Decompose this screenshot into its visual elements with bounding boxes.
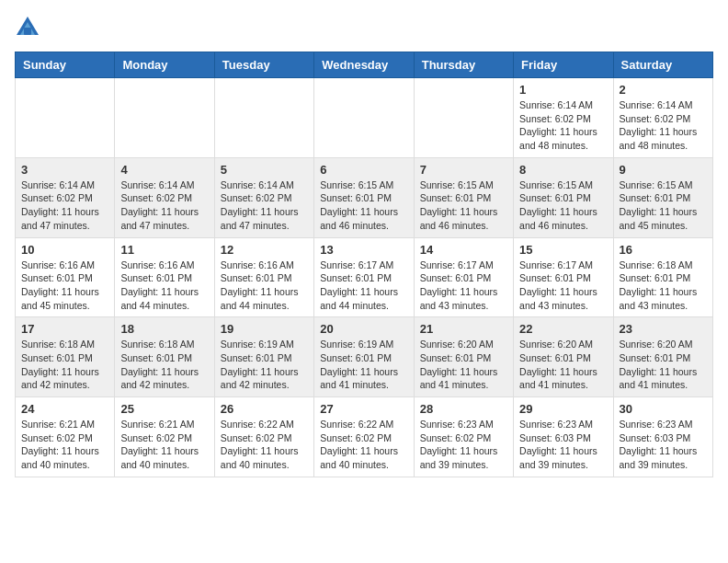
calendar-week: 10Sunrise: 6:16 AM Sunset: 6:01 PM Dayli… [16,237,713,317]
day-info: Sunrise: 6:15 AM Sunset: 6:01 PM Dayligh… [320,178,407,233]
calendar-cell: 9Sunrise: 6:15 AM Sunset: 6:01 PM Daylig… [613,157,712,237]
calendar-cell: 17Sunrise: 6:18 AM Sunset: 6:01 PM Dayli… [16,317,115,397]
day-number: 18 [120,322,208,336]
day-info: Sunrise: 6:15 AM Sunset: 6:01 PM Dayligh… [420,178,507,233]
day-number: 30 [620,402,707,416]
day-info: Sunrise: 6:23 AM Sunset: 6:02 PM Dayligh… [420,418,507,472]
day-number: 8 [519,163,607,177]
day-number: 26 [221,402,308,416]
calendar-cell: 24Sunrise: 6:21 AM Sunset: 6:02 PM Dayli… [16,397,115,477]
weekday-header: Thursday [414,52,513,78]
calendar-cell: 21Sunrise: 6:20 AM Sunset: 6:01 PM Dayli… [414,317,513,397]
weekday-header: Saturday [613,52,712,78]
day-number: 23 [620,322,707,336]
day-info: Sunrise: 6:19 AM Sunset: 6:01 PM Dayligh… [221,338,308,392]
calendar-cell: 25Sunrise: 6:21 AM Sunset: 6:02 PM Dayli… [115,397,214,477]
day-info: Sunrise: 6:19 AM Sunset: 6:01 PM Dayligh… [320,338,407,392]
day-number: 13 [320,243,407,257]
day-number: 27 [320,402,407,416]
calendar-cell: 2Sunrise: 6:14 AM Sunset: 6:02 PM Daylig… [613,78,712,158]
calendar-cell: 3Sunrise: 6:14 AM Sunset: 6:02 PM Daylig… [16,157,115,237]
day-number: 3 [21,163,108,177]
day-info: Sunrise: 6:16 AM Sunset: 6:01 PM Dayligh… [21,259,108,313]
calendar-cell: 11Sunrise: 6:16 AM Sunset: 6:01 PM Dayli… [115,237,214,317]
day-number: 17 [21,322,108,336]
calendar-cell [16,78,115,158]
calendar-cell: 1Sunrise: 6:14 AM Sunset: 6:02 PM Daylig… [514,78,613,158]
calendar-cell: 7Sunrise: 6:15 AM Sunset: 6:01 PM Daylig… [414,157,513,237]
calendar-cell: 28Sunrise: 6:23 AM Sunset: 6:02 PM Dayli… [414,397,513,477]
day-number: 24 [21,402,108,416]
day-info: Sunrise: 6:17 AM Sunset: 6:01 PM Dayligh… [320,259,407,313]
day-info: Sunrise: 6:18 AM Sunset: 6:01 PM Dayligh… [120,338,208,392]
calendar-cell: 26Sunrise: 6:22 AM Sunset: 6:02 PM Dayli… [214,397,313,477]
day-info: Sunrise: 6:21 AM Sunset: 6:02 PM Dayligh… [120,418,208,472]
day-info: Sunrise: 6:23 AM Sunset: 6:03 PM Dayligh… [519,418,607,472]
calendar-cell: 16Sunrise: 6:18 AM Sunset: 6:01 PM Dayli… [613,237,712,317]
calendar-week: 17Sunrise: 6:18 AM Sunset: 6:01 PM Dayli… [16,317,713,397]
day-info: Sunrise: 6:20 AM Sunset: 6:01 PM Dayligh… [620,338,707,392]
day-info: Sunrise: 6:20 AM Sunset: 6:01 PM Dayligh… [420,338,507,392]
calendar-cell: 30Sunrise: 6:23 AM Sunset: 6:03 PM Dayli… [613,397,712,477]
calendar-cell: 12Sunrise: 6:16 AM Sunset: 6:01 PM Dayli… [214,237,313,317]
day-number: 16 [620,243,707,257]
day-number: 22 [519,322,607,336]
day-number: 19 [221,322,308,336]
calendar-cell: 6Sunrise: 6:15 AM Sunset: 6:01 PM Daylig… [314,157,414,237]
weekday-header: Wednesday [314,52,414,78]
calendar: SundayMondayTuesdayWednesdayThursdayFrid… [15,52,713,477]
calendar-cell: 22Sunrise: 6:20 AM Sunset: 6:01 PM Dayli… [514,317,613,397]
calendar-cell: 10Sunrise: 6:16 AM Sunset: 6:01 PM Dayli… [16,237,115,317]
day-info: Sunrise: 6:14 AM Sunset: 6:02 PM Dayligh… [620,98,707,153]
day-info: Sunrise: 6:16 AM Sunset: 6:01 PM Dayligh… [120,259,208,313]
calendar-cell [414,78,513,158]
page: SundayMondayTuesdayWednesdayThursdayFrid… [0,0,728,492]
day-number: 9 [620,163,707,177]
weekday-header: Friday [514,52,613,78]
day-info: Sunrise: 6:20 AM Sunset: 6:01 PM Dayligh… [519,338,607,392]
day-info: Sunrise: 6:18 AM Sunset: 6:01 PM Dayligh… [620,259,707,313]
day-info: Sunrise: 6:14 AM Sunset: 6:02 PM Dayligh… [221,178,308,233]
day-info: Sunrise: 6:17 AM Sunset: 6:01 PM Dayligh… [420,259,507,313]
calendar-week: 3Sunrise: 6:14 AM Sunset: 6:02 PM Daylig… [16,157,713,237]
day-info: Sunrise: 6:22 AM Sunset: 6:02 PM Dayligh… [320,418,407,472]
day-number: 2 [620,83,707,97]
calendar-cell: 8Sunrise: 6:15 AM Sunset: 6:01 PM Daylig… [514,157,613,237]
day-number: 11 [120,243,208,257]
weekday-header: Monday [115,52,214,78]
calendar-cell [115,78,214,158]
day-number: 5 [221,163,308,177]
calendar-cell: 14Sunrise: 6:17 AM Sunset: 6:01 PM Dayli… [414,237,513,317]
day-number: 4 [120,163,208,177]
calendar-body: 1Sunrise: 6:14 AM Sunset: 6:02 PM Daylig… [16,78,713,477]
calendar-cell: 27Sunrise: 6:22 AM Sunset: 6:02 PM Dayli… [314,397,414,477]
day-number: 12 [221,243,308,257]
day-number: 10 [21,243,108,257]
calendar-cell [214,78,313,158]
day-info: Sunrise: 6:22 AM Sunset: 6:02 PM Dayligh… [221,418,308,472]
day-info: Sunrise: 6:21 AM Sunset: 6:02 PM Dayligh… [21,418,108,472]
day-info: Sunrise: 6:15 AM Sunset: 6:01 PM Dayligh… [519,178,607,233]
calendar-cell: 18Sunrise: 6:18 AM Sunset: 6:01 PM Dayli… [115,317,214,397]
day-number: 1 [519,83,607,97]
logo [15,15,44,40]
calendar-cell: 13Sunrise: 6:17 AM Sunset: 6:01 PM Dayli… [314,237,414,317]
day-number: 15 [519,243,607,257]
header [15,15,713,40]
calendar-cell [314,78,414,158]
weekday-header: Sunday [16,52,115,78]
calendar-cell: 29Sunrise: 6:23 AM Sunset: 6:03 PM Dayli… [514,397,613,477]
logo-icon [15,15,40,40]
calendar-cell: 15Sunrise: 6:17 AM Sunset: 6:01 PM Dayli… [514,237,613,317]
calendar-cell: 20Sunrise: 6:19 AM Sunset: 6:01 PM Dayli… [314,317,414,397]
day-info: Sunrise: 6:23 AM Sunset: 6:03 PM Dayligh… [620,418,707,472]
svg-rect-2 [24,28,31,35]
day-number: 14 [420,243,507,257]
day-number: 20 [320,322,407,336]
calendar-cell: 19Sunrise: 6:19 AM Sunset: 6:01 PM Dayli… [214,317,313,397]
calendar-header: SundayMondayTuesdayWednesdayThursdayFrid… [16,52,713,78]
day-number: 29 [519,402,607,416]
day-number: 7 [420,163,507,177]
day-number: 21 [420,322,507,336]
calendar-cell: 4Sunrise: 6:14 AM Sunset: 6:02 PM Daylig… [115,157,214,237]
